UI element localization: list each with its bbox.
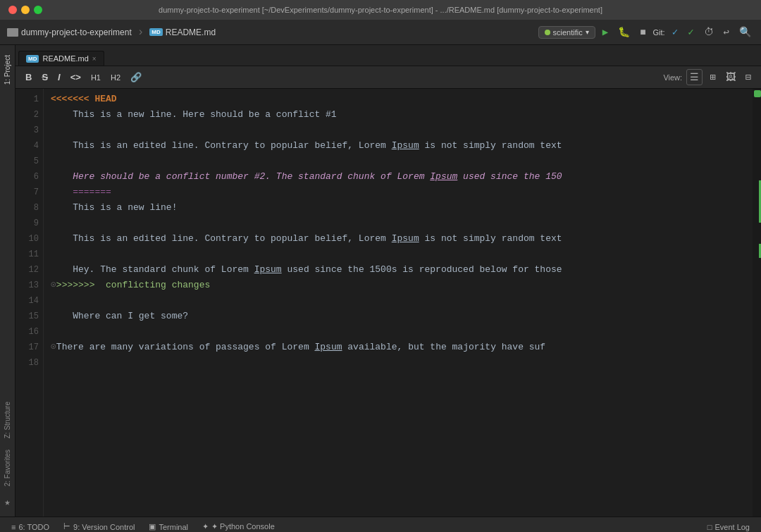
view-list-button[interactable]: ☰ <box>686 69 703 85</box>
breadcrumb-separator: › <box>137 26 144 39</box>
code-line: This is an edited line. Contrary to popu… <box>51 231 745 247</box>
left-sidebar: 1: Project Z: Structure 2: Favorites ★ <box>0 45 16 516</box>
code-line <box>51 216 745 231</box>
scientific-dropdown[interactable]: scientific ▾ <box>538 26 595 39</box>
sidebar-item-favorites[interactable]: 2: Favorites <box>1 445 14 490</box>
event-log-label: Event Log <box>714 523 750 531</box>
folder-name: dummy-project-to-experiment <box>21 27 132 37</box>
python-console-label: ✦ Python Console <box>211 522 275 531</box>
git-check-icon[interactable]: ✓ <box>669 25 681 39</box>
traffic-lights <box>8 6 42 14</box>
window-title: dummy-project-to-experiment [~/DevExperi… <box>159 6 602 14</box>
editor-container: MD README.md × B S I <> H1 H2 🔗 View: ☰ … <box>16 45 761 516</box>
version-control-tab[interactable]: ⊢ 9: Version Control <box>58 520 140 532</box>
conflict-marker-top <box>754 90 761 97</box>
close-button[interactable] <box>8 6 17 14</box>
code-line <box>51 293 745 309</box>
fullscreen-button[interactable] <box>34 6 42 14</box>
code-line: ⊙There are many variations of passages o… <box>51 340 745 355</box>
history-button[interactable]: ⏱ <box>701 25 717 39</box>
editor-tab-bar: MD README.md × <box>16 45 761 66</box>
main-layout: 1: Project Z: Structure 2: Favorites ★ M… <box>0 45 761 516</box>
view-table-button[interactable]: ⊟ <box>743 70 754 85</box>
stop-button[interactable]: ■ <box>637 25 648 39</box>
terminal-icon: ▣ <box>149 522 156 531</box>
code-editor[interactable]: 1 2 3 4 5 6 7 8 9 10 11 12 13 14 15 16 1… <box>16 89 761 516</box>
code-line: Hey. The standard chunk of Lorem Ipsum u… <box>51 262 745 278</box>
line-numbers: 1 2 3 4 5 6 7 8 9 10 11 12 13 14 15 16 1… <box>16 89 44 516</box>
todo-icon: ≡ <box>11 523 16 531</box>
bold-button[interactable]: B <box>23 70 35 84</box>
code-line <box>51 123 745 138</box>
code-line: <<<<<<< HEAD <box>51 92 745 107</box>
folder-icon <box>7 28 18 37</box>
todo-label: 6: TODO <box>18 523 49 531</box>
h1-button[interactable]: H1 <box>88 72 104 83</box>
debug-button[interactable]: 🐛 <box>615 25 633 39</box>
code-line <box>51 324 745 340</box>
bottom-tabs-right: □ Event Log <box>702 521 755 533</box>
code-line: ⊙>>>>>>> conflicting changes <box>51 278 745 293</box>
code-button[interactable]: <> <box>68 70 84 84</box>
readme-tab[interactable]: MD README.md × <box>18 51 104 66</box>
code-line: This is an edited line. Contrary to popu… <box>51 138 745 154</box>
breadcrumb-folder[interactable]: dummy-project-to-experiment <box>7 27 132 37</box>
scientific-dot <box>545 30 550 35</box>
python-icon: ✦ <box>202 522 209 531</box>
code-line <box>51 247 745 262</box>
bottom-tabs: ≡ 6: TODO ⊢ 9: Version Control ▣ Termina… <box>0 516 761 532</box>
h2-button[interactable]: H2 <box>108 72 123 83</box>
sidebar-item-structure[interactable]: Z: Structure <box>1 397 14 443</box>
code-line <box>51 355 745 371</box>
italic-button[interactable]: I <box>55 70 63 84</box>
search-button[interactable]: 🔍 <box>736 25 754 39</box>
event-log-icon: □ <box>707 523 712 531</box>
git-accept-icon[interactable]: ✓ <box>685 25 696 39</box>
python-console-tab[interactable]: ✦ ✦ Python Console <box>197 520 280 532</box>
todo-tab[interactable]: ≡ 6: TODO <box>6 521 55 533</box>
run-button[interactable]: ▶ <box>600 25 611 39</box>
main-toolbar: dummy-project-to-experiment › MD README.… <box>0 20 761 45</box>
title-bar: dummy-project-to-experiment [~/DevExperi… <box>0 0 761 20</box>
md-file-icon: MD <box>149 28 162 36</box>
breadcrumb-file: MD README.md <box>149 27 216 37</box>
strikethrough-button[interactable]: S <box>39 70 51 84</box>
git-label: Git: <box>653 28 665 37</box>
code-content[interactable]: <<<<<<< HEAD This is a new line. Here sh… <box>44 89 753 516</box>
version-control-icon: ⊢ <box>63 522 70 531</box>
link-button[interactable]: 🔗 <box>128 70 144 84</box>
scrollbar[interactable] <box>753 89 761 516</box>
scientific-label: scientific <box>553 28 583 37</box>
code-line: Here should be a conflict number #2. The… <box>51 169 745 185</box>
file-name: README.md <box>166 27 216 37</box>
favorites-star-icon[interactable]: ★ <box>1 493 13 511</box>
sidebar-item-project[interactable]: 1: Project <box>1 51 14 89</box>
terminal-tab[interactable]: ▣ Terminal <box>143 520 194 532</box>
tab-file-icon: MD <box>26 55 39 63</box>
code-line <box>51 154 745 169</box>
code-line: ======= <box>51 185 745 200</box>
chevron-down-icon: ▾ <box>586 28 589 36</box>
tab-close-button[interactable]: × <box>92 55 97 63</box>
tab-filename: README.md <box>42 54 88 63</box>
view-label: View: <box>663 73 682 82</box>
code-line: This is a new line. Here should be a con… <box>51 107 745 123</box>
code-line: Where can I get some? <box>51 309 745 324</box>
minimize-button[interactable] <box>21 6 30 14</box>
format-toolbar: B S I <> H1 H2 🔗 View: ☰ ⊞ 🖼 ⊟ <box>16 66 761 89</box>
view-image-button[interactable]: 🖼 <box>723 70 738 85</box>
terminal-label: Terminal <box>159 523 188 531</box>
event-log-tab[interactable]: □ Event Log <box>702 521 755 533</box>
version-control-label: 9: Version Control <box>73 523 135 531</box>
undo-button[interactable]: ↩ <box>721 25 732 39</box>
code-line: This is a new line! <box>51 200 745 216</box>
view-split-button[interactable]: ⊞ <box>707 70 718 85</box>
